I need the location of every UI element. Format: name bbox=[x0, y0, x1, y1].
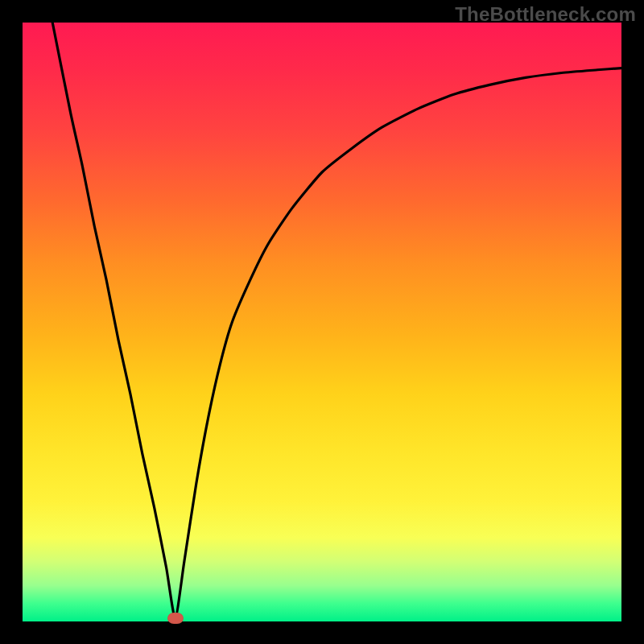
plot-area bbox=[23, 23, 621, 621]
minimum-marker bbox=[167, 613, 184, 624]
chart-frame: TheBottleneck.com bbox=[0, 0, 644, 644]
bottleneck-curve bbox=[52, 23, 621, 618]
curve-svg bbox=[23, 23, 621, 621]
watermark-text: TheBottleneck.com bbox=[455, 3, 636, 26]
